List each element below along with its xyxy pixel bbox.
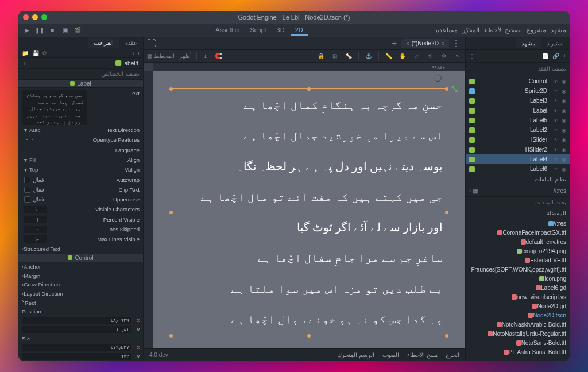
prop-position[interactable]: Position <box>18 307 143 316</box>
refresh-icon[interactable]: ⟳ <box>42 50 47 56</box>
file-item[interactable]: emoji_u2194.png <box>466 246 570 255</box>
scene-node[interactable]: ◉ᯤLabel6 <box>466 164 570 173</box>
menu-scene[interactable]: مشهد <box>551 26 566 34</box>
bone-icon[interactable]: 🦴 <box>345 52 353 60</box>
move-tool-icon[interactable]: ✥ <box>440 52 448 60</box>
anchor-icon[interactable]: ⚓ <box>365 52 373 60</box>
menu-project[interactable]: مشروع <box>527 26 546 34</box>
prop-margin[interactable]: Margin › <box>18 272 143 281</box>
render-icon[interactable]: 🎬 <box>72 25 83 36</box>
prop-rect[interactable]: Rect ˅ <box>18 299 143 308</box>
filesystem-path-bar[interactable]: res:// ‹ ▦ <box>466 185 570 197</box>
handle-bl[interactable] <box>169 334 173 338</box>
scene-node[interactable]: ◉ᯤLabel5 <box>466 115 570 125</box>
lock-icon[interactable]: 🔒 <box>317 52 325 60</box>
scene-node[interactable]: ◉ᯤLabel2 <box>466 125 570 135</box>
scene-node[interactable]: ◉ᯤLabel <box>466 106 570 115</box>
text-value[interactable]: حسنِ ما، گرچہ، بہ ہنگام کمال اچھا ہے اس … <box>22 90 87 125</box>
history-fwd-icon[interactable]: › <box>132 50 134 56</box>
file-item[interactable]: new_visualscript.vs <box>466 292 570 301</box>
file-item[interactable]: res:// <box>466 219 570 228</box>
section-control[interactable]: Control <box>18 254 143 263</box>
menu-help[interactable]: مساعدة <box>436 26 458 34</box>
bottom-tab-debugger[interactable]: منقح الأخطاء <box>407 352 438 358</box>
file-item[interactable]: NotoNastaliqUrdu-Regular.ttf <box>466 329 570 338</box>
scene-node[interactable]: ◉ᯤLabel4 <box>466 154 570 164</box>
text-direction-value[interactable]: Auto ▾ <box>22 127 87 133</box>
bottom-tab-audio[interactable]: الصوت <box>382 352 399 358</box>
tab-scene[interactable]: مشهد <box>516 38 541 48</box>
expand-handles-icon[interactable]: ⤡ <box>450 83 459 95</box>
scene-node[interactable]: ◉ᯤHSlider <box>466 135 570 145</box>
prop-anchor[interactable]: Anchor › <box>18 262 143 272</box>
scene-tab[interactable]: × (*)Node2D ○ <box>401 39 449 48</box>
scene-node[interactable]: ◉ᯤLabel3 <box>466 96 570 106</box>
inspector-node-header[interactable]: Label4 ↕ <box>18 58 143 69</box>
filesystem-search[interactable]: بحث الملفات <box>466 197 570 208</box>
distraction-free-icon[interactable]: ⛶ <box>147 38 156 49</box>
file-item[interactable]: Fraunces[SOFT,WONK,opsz,wght].ttf <box>466 265 570 274</box>
tab-assetlib[interactable]: AssetLib <box>211 25 244 36</box>
viewport[interactable]: ٩٩,٨٤ ● ⤡ ◯ ح <box>144 63 465 348</box>
extra-icon[interactable]: ↕ <box>23 60 26 67</box>
file-item[interactable]: CoronaFaceImpactGX.ttf <box>466 228 570 237</box>
file-item[interactable]: Label6.gd <box>466 283 570 292</box>
position-y[interactable]: y١٠٫٨١ <box>18 326 143 335</box>
menu-debug[interactable]: تصحيح الأخطاء <box>484 26 522 34</box>
handle-tr[interactable] <box>445 87 448 91</box>
tab-inspector[interactable]: الفراقب <box>88 38 119 48</box>
handle-br[interactable] <box>445 334 448 338</box>
snap-icon[interactable]: ⫝ <box>202 52 210 60</box>
scene-node[interactable]: ◉ᯤSprite2D <box>466 86 570 96</box>
position-x[interactable]: x٤٨٫٠٦٢٩ <box>18 316 143 326</box>
close-tab-icon[interactable]: × <box>406 41 409 46</box>
attach-script-icon[interactable]: 📄 <box>542 53 549 59</box>
file-item[interactable]: PT Astra Sans_Bold.ttf <box>466 347 570 356</box>
link-node-icon[interactable]: 🔗 <box>552 53 559 59</box>
play-icon[interactable]: ▶ <box>22 25 32 36</box>
scale-tool-icon[interactable]: ⤢ <box>412 52 420 60</box>
scene-menu-icon[interactable]: ⋮ <box>469 53 475 59</box>
file-item[interactable]: Node2D.gd <box>466 301 570 311</box>
folder-icon[interactable]: 📁 <box>22 50 29 56</box>
menu-editor[interactable]: المحرّر <box>462 26 479 34</box>
tab-import[interactable]: استيراد <box>541 38 570 48</box>
file-item[interactable]: Node2D.tscn <box>466 311 570 320</box>
size-x[interactable]: x٤٧٩٫٤٣٧ <box>18 343 143 352</box>
tab-node[interactable]: عقدة <box>119 38 143 48</box>
scene-menu-icon[interactable]: ⋮ <box>451 38 461 49</box>
add-node-icon[interactable]: + <box>563 53 566 59</box>
select-tool-icon[interactable]: ↖ <box>454 52 462 60</box>
tab-3d[interactable]: 3D <box>272 25 289 36</box>
add-scene-icon[interactable]: + <box>392 38 397 49</box>
inspector-filter[interactable]: تصفية الخصائص <box>18 69 143 79</box>
size-y[interactable]: y٦٧٢ <box>18 352 143 361</box>
tab-script[interactable]: Script <box>245 25 270 36</box>
pan-tool-icon[interactable]: ✋ <box>399 52 407 60</box>
group-icon[interactable]: ⊞ <box>331 52 339 60</box>
file-item[interactable]: icon.png <box>466 274 570 283</box>
prop-grow[interactable]: Grow Direction › <box>18 281 143 290</box>
save-icon[interactable]: 💾 <box>32 50 39 56</box>
bottom-tab-output[interactable]: الخرج <box>446 352 459 358</box>
stop-icon[interactable]: ■ <box>47 25 57 36</box>
view-dropdown[interactable]: أظهر <box>179 53 192 59</box>
bottom-tab-animation[interactable]: الرسم المتحرك <box>337 352 374 358</box>
handle-tl[interactable] <box>169 87 173 91</box>
handle-rm[interactable] <box>445 211 448 214</box>
file-item[interactable]: NotoSans-Bold.ttf <box>466 338 570 347</box>
scene-filter[interactable]: تصفية الفقد <box>466 63 570 75</box>
prop-size[interactable]: Size <box>18 334 143 343</box>
file-item[interactable]: NotoNaskhArabic-Bold.ttf <box>466 320 570 329</box>
scene-node[interactable]: ◉ᯤControl <box>466 76 570 86</box>
file-item[interactable]: default_env.tres <box>466 237 570 246</box>
handle-tm[interactable] <box>307 87 311 91</box>
handle-bm[interactable] <box>307 334 311 338</box>
handle-lm[interactable] <box>169 211 173 214</box>
prop-layout[interactable]: Layout Direction › <box>18 289 143 299</box>
rotate-tool-icon[interactable]: ⟲ <box>426 52 434 60</box>
scene-node[interactable]: ◉ᯤHSlider2 <box>466 145 570 154</box>
ruler-tool-icon[interactable]: 📏 <box>385 52 393 60</box>
play-scene-icon[interactable]: ▣ <box>60 25 70 36</box>
tab-2d[interactable]: 2D <box>291 25 308 36</box>
